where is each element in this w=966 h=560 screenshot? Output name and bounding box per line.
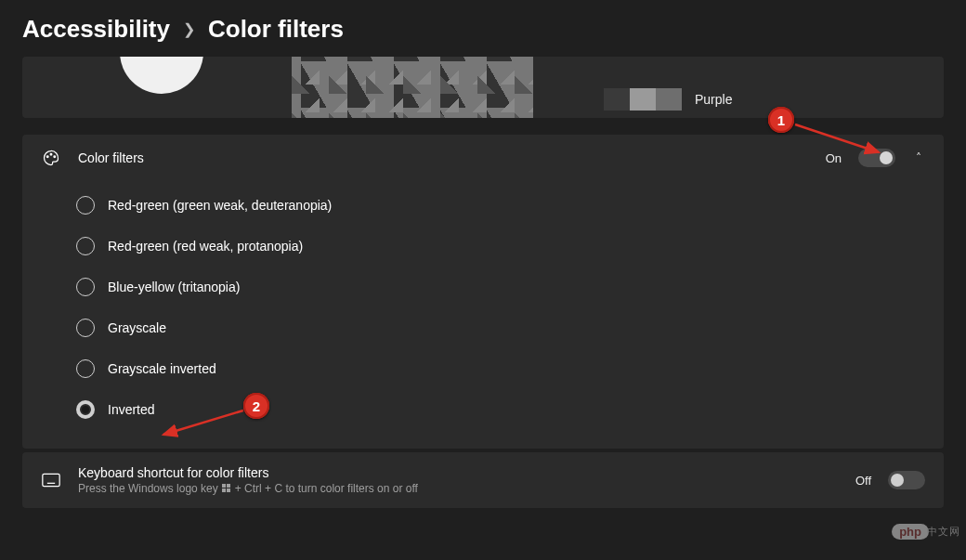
breadcrumb-parent[interactable]: Accessibility <box>22 15 170 44</box>
chevron-right-icon: ❯ <box>183 20 195 38</box>
preview-purple-swatch: Purple <box>604 88 732 111</box>
color-filters-header-row[interactable]: Color filters On ˄ <box>22 135 944 181</box>
keyboard-shortcut-description: Press the Windows logo key + Ctrl + C to… <box>78 482 418 495</box>
radio-grayscale[interactable]: Grayscale <box>76 307 925 348</box>
swatch-label: Purple <box>695 92 732 107</box>
svg-rect-3 <box>43 474 59 486</box>
radio-icon <box>76 400 95 419</box>
swatch-group <box>604 88 682 111</box>
radio-icon <box>76 196 95 215</box>
radio-label: Blue-yellow (tritanopia) <box>108 280 240 294</box>
breadcrumb: Accessibility ❯ Color filters <box>0 0 966 57</box>
swatch <box>604 88 630 111</box>
svg-point-1 <box>50 153 52 155</box>
chevron-up-icon[interactable]: ˄ <box>912 151 925 164</box>
svg-point-2 <box>54 156 56 158</box>
breadcrumb-current: Color filters <box>208 15 344 44</box>
color-filters-panel: Color filters On ˄ Red-green (green weak… <box>22 135 944 449</box>
radio-label: Inverted <box>108 402 155 417</box>
keyboard-shortcut-panel: Keyboard shortcut for color filters Pres… <box>22 452 944 508</box>
radio-icon <box>76 237 95 255</box>
radio-deuteranopia[interactable]: Red-green (green weak, deuteranopia) <box>76 185 925 226</box>
color-filter-options: Red-green (green weak, deuteranopia) Red… <box>22 181 944 449</box>
svg-point-0 <box>46 156 48 158</box>
radio-protanopia[interactable]: Red-green (red weak, protanopia) <box>76 226 925 267</box>
radio-tritanopia[interactable]: Blue-yellow (tritanopia) <box>76 267 925 307</box>
watermark: php 中文网 <box>892 524 960 540</box>
swatch <box>656 88 682 111</box>
color-filters-title: Color filters <box>78 150 144 165</box>
preview-artwork <box>292 57 533 118</box>
annotation-callout-2: 2 <box>243 393 269 419</box>
keyboard-shortcut-title: Keyboard shortcut for color filters <box>78 465 418 480</box>
preview-color-wheel <box>120 57 203 94</box>
radio-label: Grayscale inverted <box>108 361 216 376</box>
watermark-pill: php <box>892 524 929 540</box>
color-filters-toggle[interactable] <box>858 149 895 167</box>
radio-grayscale-inverted[interactable]: Grayscale inverted <box>76 348 925 389</box>
radio-label: Red-green (green weak, deuteranopia) <box>108 198 332 213</box>
radio-icon <box>76 319 95 337</box>
swatch <box>630 88 656 111</box>
radio-icon <box>76 359 95 378</box>
radio-inverted[interactable]: Inverted <box>76 389 925 430</box>
windows-logo-icon <box>222 484 231 493</box>
color-filters-toggle-state: On <box>826 151 842 165</box>
keyboard-shortcut-row[interactable]: Keyboard shortcut for color filters Pres… <box>22 452 944 508</box>
keyboard-shortcut-toggle-state: Off <box>855 474 871 488</box>
color-preview-strip: Purple <box>22 57 944 118</box>
palette-icon <box>41 148 61 168</box>
keyboard-shortcut-toggle[interactable] <box>888 471 925 489</box>
radio-label: Red-green (red weak, protanopia) <box>108 239 303 254</box>
radio-label: Grayscale <box>108 320 166 335</box>
radio-icon <box>76 278 95 296</box>
annotation-callout-1: 1 <box>768 107 794 133</box>
keyboard-shortcut-text: Keyboard shortcut for color filters Pres… <box>78 465 418 495</box>
keyboard-icon <box>41 470 61 490</box>
watermark-text: 中文网 <box>927 525 960 539</box>
